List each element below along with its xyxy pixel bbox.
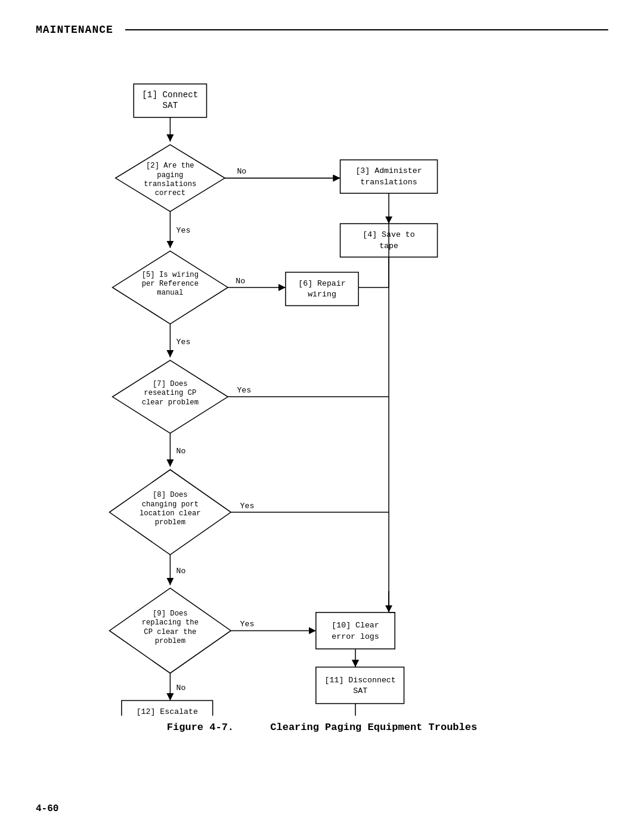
svg-rect-59: [316, 613, 395, 649]
svg-text:[10] Clear: [10] Clear: [332, 621, 379, 630]
svg-text:No: No: [177, 683, 186, 692]
svg-text:error logs: error logs: [332, 632, 379, 641]
svg-text:per Reference: per Reference: [142, 280, 199, 288]
figure-number: Figure 4-7.: [167, 722, 234, 733]
svg-text:reseating CP: reseating CP: [144, 389, 196, 397]
svg-text:[6] Repair: [6] Repair: [298, 279, 345, 288]
page-title: MAINTENANCE: [36, 24, 113, 36]
svg-text:Yes: Yes: [237, 386, 251, 395]
figure-caption: Figure 4-7. Clearing Paging Equipment Tr…: [36, 722, 608, 733]
svg-text:SAT: SAT: [353, 686, 367, 695]
svg-rect-63: [316, 667, 404, 704]
svg-text:[5] Is wiring: [5] Is wiring: [142, 271, 199, 279]
svg-text:No: No: [177, 447, 186, 456]
svg-text:problem: problem: [155, 637, 185, 645]
svg-text:Yes: Yes: [240, 502, 255, 511]
svg-text:location clear: location clear: [140, 509, 201, 518]
svg-text:[3] Administer: [3] Administer: [355, 166, 422, 175]
svg-text:changing port: changing port: [142, 500, 199, 509]
svg-text:paging: paging: [157, 171, 183, 180]
svg-text:Yes: Yes: [240, 620, 255, 629]
svg-text:[9] Does: [9] Does: [153, 610, 188, 618]
header-divider: [125, 29, 608, 30]
svg-text:[2] Are the: [2] Are the: [146, 162, 194, 170]
svg-text:SAT: SAT: [163, 101, 178, 110]
svg-text:No: No: [177, 567, 186, 576]
svg-text:[8] Does: [8] Does: [153, 491, 188, 499]
svg-rect-27: [286, 272, 358, 305]
svg-text:CP clear the: CP clear the: [144, 628, 196, 636]
svg-text:translations: translations: [144, 180, 196, 188]
svg-text:problem: problem: [155, 518, 185, 527]
svg-text:[11] Disconnect: [11] Disconnect: [325, 676, 396, 685]
svg-text:[12] Escalate: [12] Escalate: [137, 707, 198, 716]
page-number: 4-60: [36, 803, 58, 814]
svg-text:Yes: Yes: [177, 338, 191, 347]
svg-text:clear problem: clear problem: [142, 398, 199, 407]
svg-text:[1] Connect: [1] Connect: [142, 90, 198, 100]
svg-rect-12: [340, 160, 438, 193]
flowchart-container: [1] Connect SAT [2] Are the paging trans…: [36, 60, 608, 716]
svg-text:Yes: Yes: [177, 226, 191, 235]
header: MAINTENANCE: [36, 24, 608, 36]
flowchart-svg: [1] Connect SAT [2] Are the paging trans…: [36, 60, 608, 716]
svg-text:translations: translations: [360, 178, 417, 187]
svg-text:replacing the: replacing the: [142, 618, 199, 627]
page: MAINTENANCE [1] Connect SAT [2] Are the …: [0, 0, 644, 832]
svg-text:[7] Does: [7] Does: [153, 380, 188, 388]
figure-title: Clearing Paging Equipment Troubles: [270, 722, 477, 733]
svg-text:No: No: [236, 277, 245, 286]
svg-text:manual: manual: [157, 289, 183, 297]
svg-text:correct: correct: [155, 189, 185, 197]
svg-text:No: No: [237, 167, 246, 176]
svg-text:wiring: wiring: [308, 290, 336, 299]
